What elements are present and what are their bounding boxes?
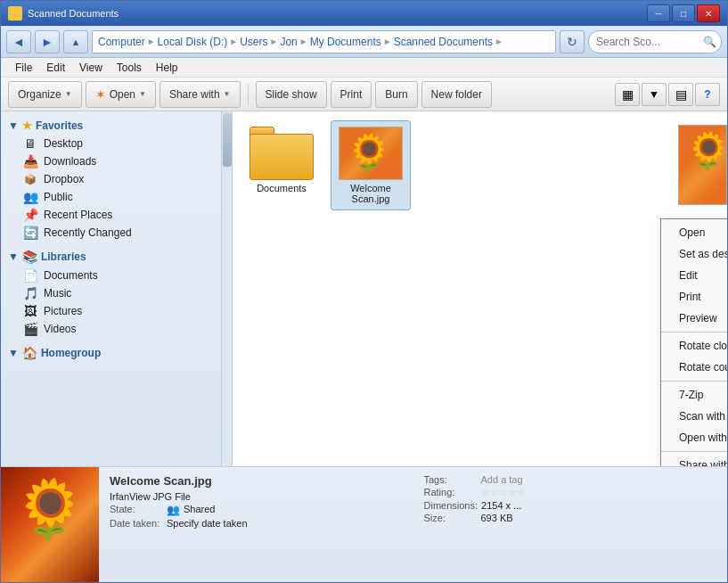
breadcrumb-localdisk[interactable]: Local Disk (D:)	[158, 36, 228, 48]
dropbox-icon: 📦	[22, 172, 38, 186]
view-mode-button[interactable]: ▦	[615, 83, 640, 106]
print-button[interactable]: Print	[331, 81, 372, 108]
ctx-desktop-bg[interactable]: Set as desktop background	[661, 243, 727, 265]
toolbar: Organize ▼ ✶ Open ▼ Share with ▼ Slide s…	[1, 78, 727, 111]
ctx-open-with-label: Open with	[679, 431, 727, 444]
help-button[interactable]: ?	[695, 83, 720, 106]
sidebar-item-pictures[interactable]: 🖼 Pictures	[1, 302, 221, 320]
search-input[interactable]	[588, 30, 722, 53]
detail-rating-row: Rating: ☆☆☆☆☆	[424, 487, 717, 498]
sidebar-item-documents[interactable]: 📄 Documents	[1, 267, 221, 284]
ctx-open-with[interactable]: Open with►	[661, 427, 727, 448]
detail-size-row: Size: 693 KB	[424, 513, 717, 523]
libraries-icon: 📚	[22, 250, 37, 264]
menu-help[interactable]: Help	[149, 60, 185, 76]
content-area: ▼ ★ Favorites 🖥 Desktop 📥 Downloads 📦	[1, 111, 727, 466]
search-icon: 🔍	[703, 36, 716, 48]
sidebar-item-videos[interactable]: 🎬 Videos	[1, 320, 221, 338]
ctx-open[interactable]: Open	[661, 222, 727, 243]
sidebar-item-dropbox[interactable]: 📦 Dropbox	[1, 170, 221, 188]
menu-edit[interactable]: Edit	[39, 60, 72, 76]
partial-file-item	[678, 125, 727, 205]
file-label-welcome-scan: WelcomeScan.jpg	[350, 183, 391, 204]
sidebar-item-downloads[interactable]: 📥 Downloads	[1, 152, 221, 170]
menu-tools[interactable]: Tools	[110, 60, 149, 76]
breadcrumb-computer[interactable]: Computer	[98, 36, 145, 48]
ctx-rotate-ccw[interactable]: Rotate counterclockwise	[661, 357, 727, 378]
forward-button[interactable]: ►	[35, 30, 60, 53]
ctx-preview[interactable]: Preview	[661, 308, 727, 329]
libraries-expand-icon: ▼	[8, 250, 19, 263]
music-icon: 🎵	[22, 286, 38, 300]
sidebar-item-desktop[interactable]: 🖥 Desktop	[1, 135, 221, 152]
ctx-desktop-bg-label: Set as desktop background	[679, 248, 727, 260]
file-item-welcome-scan[interactable]: WelcomeScan.jpg	[331, 120, 411, 210]
libraries-header[interactable]: ▼ 📚 Libraries	[1, 247, 221, 267]
breadcrumb-scanned[interactable]: Scanned Documents	[394, 36, 493, 48]
ctx-share-label: Share with	[679, 459, 727, 466]
sidebar-item-music[interactable]: 🎵 Music	[1, 284, 221, 302]
share-with-button[interactable]: Share with ▼	[160, 81, 241, 108]
context-menu: OpenSet as desktop backgroundEditPrintPr…	[660, 218, 727, 466]
close-button[interactable]: ✕	[697, 4, 720, 22]
ctx-7zip[interactable]: 7-Zip►	[661, 384, 727, 406]
refresh-button[interactable]: ↻	[560, 30, 585, 53]
menu-file[interactable]: File	[8, 60, 39, 76]
view-dropdown-button[interactable]: ▼	[642, 83, 667, 106]
favorites-star-icon: ★	[22, 119, 32, 132]
detail-date-val: Specify date taken	[167, 518, 248, 529]
file-grid: Documents WelcomeScan.jpg	[233, 111, 727, 219]
detail-filename: Welcome Scan.jpg	[110, 474, 403, 488]
breadcrumb[interactable]: Computer ► Local Disk (D:) ► Users ► Jon…	[92, 30, 556, 53]
breadcrumb-mydocs[interactable]: My Documents	[310, 36, 381, 48]
file-item-documents[interactable]: Documents	[241, 120, 322, 210]
context-menu-separator	[661, 332, 727, 333]
up-button[interactable]: ▲	[63, 30, 88, 53]
menu-bar: File Edit View Tools Help	[1, 58, 727, 78]
ctx-print[interactable]: Print	[661, 286, 727, 308]
burn-button[interactable]: Burn	[375, 81, 417, 108]
maximize-button[interactable]: □	[672, 4, 695, 22]
file-details-right: Tags: Add a tag Rating: ☆☆☆☆☆ Dimensions…	[413, 467, 728, 582]
detail-rating-stars[interactable]: ☆☆☆☆☆	[481, 487, 526, 498]
detail-size-label: Size:	[424, 513, 478, 523]
ctx-open-label: Open	[679, 226, 705, 239]
sidebar-item-public[interactable]: 👥 Public	[1, 188, 221, 206]
detail-filetype-row: IrfanView JPG File	[110, 491, 403, 502]
menu-view[interactable]: View	[72, 60, 110, 76]
homegroup-header[interactable]: ▼ 🏠 Homegroup	[1, 343, 221, 363]
breadcrumb-users[interactable]: Users	[240, 36, 267, 48]
ctx-edit[interactable]: Edit	[661, 265, 727, 286]
new-folder-button[interactable]: New folder	[421, 81, 492, 108]
sidebar-scrollbar-thumb[interactable]	[223, 113, 232, 167]
detail-tags-val: Add a tag	[481, 474, 523, 485]
detail-dimensions-row: Dimensions: 2154 x ...	[424, 500, 717, 511]
open-icon: ✶	[95, 87, 106, 102]
ctx-rotate-cw[interactable]: Rotate clockwise	[661, 335, 727, 357]
homegroup-expand-icon: ▼	[8, 347, 19, 359]
context-menu-separator	[661, 381, 727, 382]
window-title: Scanned Documents	[28, 8, 119, 19]
slideshow-button[interactable]: Slide show	[256, 81, 327, 108]
favorites-header[interactable]: ▼ ★ Favorites	[1, 117, 221, 135]
public-icon: 👥	[22, 190, 38, 204]
title-bar-left: Scanned Documents	[8, 6, 119, 21]
view-detail-button[interactable]: ▤	[668, 83, 693, 106]
sidebar-scroll: ▼ ★ Favorites 🖥 Desktop 📥 Downloads 📦	[1, 111, 232, 466]
minimize-button[interactable]: ─	[647, 4, 670, 22]
preview-image	[1, 467, 99, 582]
homegroup-label: Homegroup	[41, 347, 101, 359]
ctx-scan[interactable]: Scan with Microsoft Security Essentials.…	[661, 406, 727, 427]
file-details: Welcome Scan.jpg IrfanView JPG File Stat…	[99, 467, 413, 582]
sidebar-scrollbar[interactable]	[221, 111, 232, 466]
open-button[interactable]: ✶ Open ▼	[86, 81, 156, 108]
homegroup-icon: 🏠	[22, 346, 37, 360]
sidebar-item-recent-places[interactable]: 📌 Recent Places	[1, 206, 221, 224]
organize-button[interactable]: Organize ▼	[8, 81, 82, 108]
ctx-share[interactable]: Share with►	[661, 455, 727, 466]
back-button[interactable]: ◄	[6, 30, 31, 53]
sidebar-item-recently-changed[interactable]: 🔄 Recently Changed	[1, 224, 221, 242]
detail-tags-label: Tags:	[424, 474, 478, 485]
breadcrumb-jon[interactable]: Jon	[280, 36, 297, 48]
recently-changed-icon: 🔄	[22, 226, 38, 240]
